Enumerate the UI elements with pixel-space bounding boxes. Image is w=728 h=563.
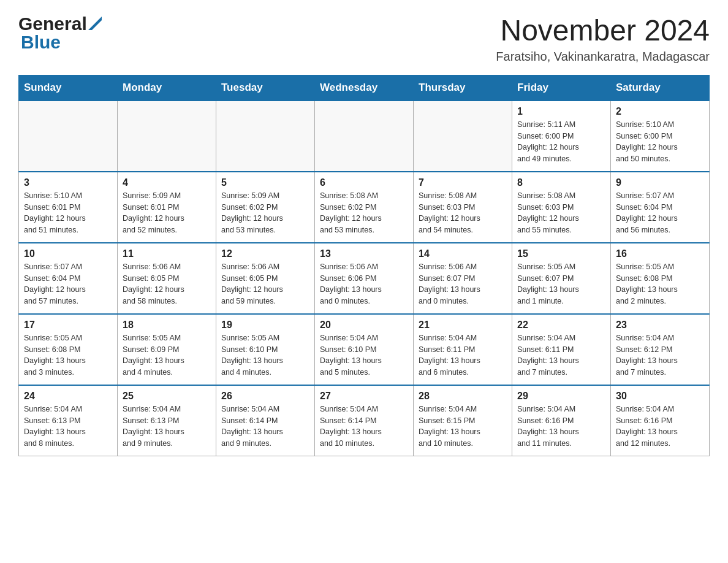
day-number: 18: [123, 320, 211, 331]
calendar-cell: 13Sunrise: 5:06 AMSunset: 6:06 PMDayligh…: [315, 243, 414, 314]
calendar-cell: 17Sunrise: 5:05 AMSunset: 6:08 PMDayligh…: [19, 314, 118, 385]
day-info: Sunrise: 5:09 AMSunset: 6:02 PMDaylight:…: [221, 190, 309, 236]
header: General Blue November 2024 Faratsiho, Va…: [18, 15, 710, 64]
calendar-week-row-1: 1Sunrise: 5:11 AMSunset: 6:00 PMDaylight…: [19, 101, 710, 172]
calendar-cell: [414, 101, 512, 172]
day-number: 16: [616, 248, 704, 259]
calendar-cell: [118, 101, 216, 172]
day-info: Sunrise: 5:04 AMSunset: 6:11 PMDaylight:…: [419, 332, 507, 378]
day-info: Sunrise: 5:04 AMSunset: 6:16 PMDaylight:…: [616, 404, 704, 450]
calendar-header-monday: Monday: [118, 75, 216, 101]
calendar-cell: 1Sunrise: 5:11 AMSunset: 6:00 PMDaylight…: [512, 101, 611, 172]
day-info: Sunrise: 5:04 AMSunset: 6:12 PMDaylight:…: [616, 332, 704, 378]
calendar-cell: 29Sunrise: 5:04 AMSunset: 6:16 PMDayligh…: [512, 385, 611, 456]
calendar-header-saturday: Saturday: [611, 75, 710, 101]
day-info: Sunrise: 5:04 AMSunset: 6:15 PMDaylight:…: [419, 404, 507, 450]
day-info: Sunrise: 5:04 AMSunset: 6:10 PMDaylight:…: [320, 332, 408, 378]
day-info: Sunrise: 5:07 AMSunset: 6:04 PMDaylight:…: [616, 190, 704, 236]
calendar-cell: 20Sunrise: 5:04 AMSunset: 6:10 PMDayligh…: [315, 314, 414, 385]
day-number: 9: [616, 177, 704, 188]
calendar-cell: 30Sunrise: 5:04 AMSunset: 6:16 PMDayligh…: [611, 385, 710, 456]
day-info: Sunrise: 5:10 AMSunset: 6:01 PMDaylight:…: [24, 190, 112, 236]
day-number: 21: [419, 320, 507, 331]
calendar-cell: [216, 101, 315, 172]
day-info: Sunrise: 5:08 AMSunset: 6:02 PMDaylight:…: [320, 190, 408, 236]
calendar-cell: 22Sunrise: 5:04 AMSunset: 6:11 PMDayligh…: [512, 314, 611, 385]
calendar-cell: 4Sunrise: 5:09 AMSunset: 6:01 PMDaylight…: [118, 172, 216, 243]
day-number: 10: [24, 248, 112, 259]
calendar-cell: 11Sunrise: 5:06 AMSunset: 6:05 PMDayligh…: [118, 243, 216, 314]
page-subtitle: Faratsiho, Vakinankaratra, Madagascar: [496, 50, 710, 64]
day-number: 23: [616, 320, 704, 331]
calendar-cell: 5Sunrise: 5:09 AMSunset: 6:02 PMDaylight…: [216, 172, 315, 243]
logo: General Blue: [18, 15, 102, 52]
day-number: 12: [221, 248, 309, 259]
calendar-cell: [19, 101, 118, 172]
logo-blue-text: Blue: [21, 33, 61, 52]
day-number: 6: [320, 177, 408, 188]
calendar-cell: [315, 101, 414, 172]
calendar-cell: 16Sunrise: 5:05 AMSunset: 6:08 PMDayligh…: [611, 243, 710, 314]
day-number: 29: [517, 391, 605, 402]
calendar-cell: 18Sunrise: 5:05 AMSunset: 6:09 PMDayligh…: [118, 314, 216, 385]
calendar-cell: 10Sunrise: 5:07 AMSunset: 6:04 PMDayligh…: [19, 243, 118, 314]
day-info: Sunrise: 5:05 AMSunset: 6:08 PMDaylight:…: [24, 332, 112, 378]
calendar-cell: 7Sunrise: 5:08 AMSunset: 6:03 PMDaylight…: [414, 172, 512, 243]
day-number: 28: [419, 391, 507, 402]
day-number: 5: [221, 177, 309, 188]
page-title: November 2024: [496, 15, 710, 47]
day-info: Sunrise: 5:05 AMSunset: 6:09 PMDaylight:…: [123, 332, 211, 378]
calendar-header-sunday: Sunday: [19, 75, 118, 101]
calendar-cell: 19Sunrise: 5:05 AMSunset: 6:10 PMDayligh…: [216, 314, 315, 385]
day-info: Sunrise: 5:04 AMSunset: 6:11 PMDaylight:…: [517, 332, 605, 378]
day-info: Sunrise: 5:05 AMSunset: 6:07 PMDaylight:…: [517, 261, 605, 307]
day-info: Sunrise: 5:06 AMSunset: 6:06 PMDaylight:…: [320, 261, 408, 307]
day-info: Sunrise: 5:05 AMSunset: 6:08 PMDaylight:…: [616, 261, 704, 307]
calendar-cell: 9Sunrise: 5:07 AMSunset: 6:04 PMDaylight…: [611, 172, 710, 243]
day-number: 19: [221, 320, 309, 331]
calendar-week-row-3: 10Sunrise: 5:07 AMSunset: 6:04 PMDayligh…: [19, 243, 710, 314]
calendar-cell: 15Sunrise: 5:05 AMSunset: 6:07 PMDayligh…: [512, 243, 611, 314]
day-info: Sunrise: 5:06 AMSunset: 6:05 PMDaylight:…: [221, 261, 309, 307]
calendar-cell: 3Sunrise: 5:10 AMSunset: 6:01 PMDaylight…: [19, 172, 118, 243]
calendar-header-thursday: Thursday: [414, 75, 512, 101]
calendar-cell: 12Sunrise: 5:06 AMSunset: 6:05 PMDayligh…: [216, 243, 315, 314]
day-number: 1: [517, 106, 605, 117]
day-number: 17: [24, 320, 112, 331]
calendar-header-friday: Friday: [512, 75, 611, 101]
day-info: Sunrise: 5:08 AMSunset: 6:03 PMDaylight:…: [517, 190, 605, 236]
day-number: 11: [123, 248, 211, 259]
calendar-week-row-2: 3Sunrise: 5:10 AMSunset: 6:01 PMDaylight…: [19, 172, 710, 243]
calendar-cell: 25Sunrise: 5:04 AMSunset: 6:13 PMDayligh…: [118, 385, 216, 456]
day-info: Sunrise: 5:04 AMSunset: 6:13 PMDaylight:…: [24, 404, 112, 450]
day-number: 13: [320, 248, 408, 259]
title-area: November 2024 Faratsiho, Vakinankaratra,…: [496, 15, 710, 64]
calendar-cell: 2Sunrise: 5:10 AMSunset: 6:00 PMDaylight…: [611, 101, 710, 172]
logo-triangle-icon: [88, 17, 102, 30]
day-info: Sunrise: 5:08 AMSunset: 6:03 PMDaylight:…: [419, 190, 507, 236]
day-number: 2: [616, 106, 704, 117]
day-number: 25: [123, 391, 211, 402]
calendar-header-wednesday: Wednesday: [315, 75, 414, 101]
day-info: Sunrise: 5:10 AMSunset: 6:00 PMDaylight:…: [616, 119, 704, 165]
day-info: Sunrise: 5:11 AMSunset: 6:00 PMDaylight:…: [517, 119, 605, 165]
day-number: 27: [320, 391, 408, 402]
day-number: 7: [419, 177, 507, 188]
calendar-week-row-5: 24Sunrise: 5:04 AMSunset: 6:13 PMDayligh…: [19, 385, 710, 456]
day-number: 14: [419, 248, 507, 259]
day-info: Sunrise: 5:07 AMSunset: 6:04 PMDaylight:…: [24, 261, 112, 307]
day-info: Sunrise: 5:04 AMSunset: 6:13 PMDaylight:…: [123, 404, 211, 450]
logo-general-text: General: [18, 15, 87, 33]
calendar-cell: 6Sunrise: 5:08 AMSunset: 6:02 PMDaylight…: [315, 172, 414, 243]
calendar-header-tuesday: Tuesday: [216, 75, 315, 101]
calendar-header-row: SundayMondayTuesdayWednesdayThursdayFrid…: [19, 75, 710, 101]
day-info: Sunrise: 5:04 AMSunset: 6:14 PMDaylight:…: [320, 404, 408, 450]
calendar-cell: 24Sunrise: 5:04 AMSunset: 6:13 PMDayligh…: [19, 385, 118, 456]
calendar-cell: 26Sunrise: 5:04 AMSunset: 6:14 PMDayligh…: [216, 385, 315, 456]
day-info: Sunrise: 5:04 AMSunset: 6:14 PMDaylight:…: [221, 404, 309, 450]
day-info: Sunrise: 5:09 AMSunset: 6:01 PMDaylight:…: [123, 190, 211, 236]
day-number: 4: [123, 177, 211, 188]
day-number: 24: [24, 391, 112, 402]
day-info: Sunrise: 5:06 AMSunset: 6:05 PMDaylight:…: [123, 261, 211, 307]
calendar-cell: 28Sunrise: 5:04 AMSunset: 6:15 PMDayligh…: [414, 385, 512, 456]
